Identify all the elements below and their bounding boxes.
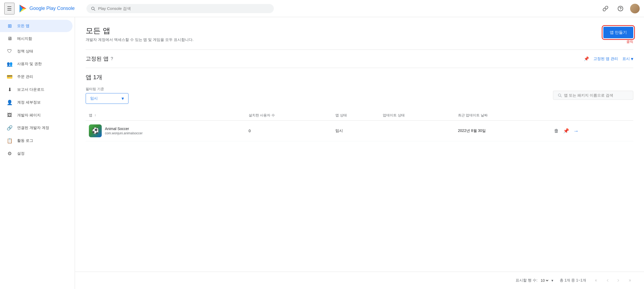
sidebar-icon: 📋 <box>6 138 13 144</box>
search-box <box>86 4 274 13</box>
cell-app: ⚽ Animal Soccer com.wonjuni.animalsoccer <box>86 121 245 141</box>
pinned-help-icon[interactable]: ? <box>111 56 113 61</box>
pinned-actions: 📌 고정된 앱 관리 표시 ▾ <box>584 56 633 62</box>
sidebar-item-policy[interactable]: 🛡 정책 상태 <box>0 45 73 57</box>
sidebar-icon: 💳 <box>6 74 13 80</box>
col-app[interactable]: 앱 ↑ <box>86 110 245 121</box>
table-row: ⚽ Animal Soccer com.wonjuni.animalsoccer… <box>86 121 633 141</box>
app-icon: ⚽ <box>89 124 102 137</box>
avatar[interactable] <box>630 4 640 13</box>
header-title: Google Play Console <box>29 6 75 11</box>
sidebar-item-label: 보고서 다운로드 <box>17 87 44 92</box>
sidebar-icon: 🔗 <box>6 125 13 131</box>
sidebar: ⊞ 모든 앱🖥 메시지함🛡 정책 상태👥 사용자 및 권한💳 주문 관리⬇ 보고… <box>0 17 75 289</box>
content: 모든 앱 개발자 계정에서 액세스할 수 있는 앱 및 게임을 모두 표시합니다… <box>75 17 644 272</box>
divider-2 <box>86 68 633 68</box>
sidebar-item-linked[interactable]: 🔗 연결된 개발자 계정 <box>0 122 73 134</box>
sidebar-item-inbox[interactable]: 🖥 메시지함 <box>0 33 73 45</box>
sidebar-icon: 👤 <box>6 100 13 105</box>
cell-installs: 0 <box>245 121 332 141</box>
pin-icon[interactable]: 📌 <box>563 128 569 134</box>
pagination-bar: 표시할 행 수: 10 20 50 ▾ 총 1개 중 1~1개 <box>75 272 644 289</box>
chevron-down-icon: ▾ <box>551 278 553 283</box>
next-page-button[interactable] <box>614 276 623 285</box>
pin-icon: 📌 <box>584 56 589 61</box>
col-update-status: 업데이트 상태 <box>380 110 454 121</box>
chevron-down-icon: ▾ <box>122 96 124 101</box>
page-subtitle: 개발자 계정에서 액세스할 수 있는 앱 및 게임을 모두 표시합니다. <box>86 37 194 42</box>
pagination-buttons <box>593 276 633 285</box>
app-search-box <box>553 91 633 100</box>
link-icon <box>603 6 608 12</box>
display-btn[interactable]: 표시 ▾ <box>622 56 633 62</box>
rows-select[interactable]: 10 20 50 <box>540 278 549 283</box>
sidebar-item-all-apps[interactable]: ⊞ 모든 앱 <box>0 20 73 32</box>
pinned-manage-label[interactable]: 고정된 앱 관리 <box>593 56 618 61</box>
click-label: 클릭 <box>626 39 633 44</box>
last-page-icon <box>627 278 631 283</box>
sidebar-item-reports[interactable]: ⬇ 보고서 다운로드 <box>0 83 73 96</box>
prev-page-icon <box>605 278 610 283</box>
sidebar-item-developer[interactable]: 🖼 개발자 페이지 <box>0 109 73 121</box>
first-page-icon <box>595 278 599 283</box>
pinned-title: 고정된 앱 ? <box>86 55 113 62</box>
sidebar-item-activity[interactable]: 📋 활동 로그 <box>0 135 73 147</box>
sidebar-item-label: 모든 앱 <box>17 24 29 28</box>
cell-update-status <box>380 121 454 141</box>
app-package: com.wonjuni.animalsoccer <box>105 131 143 135</box>
rows-per-page: 표시할 행 수: 10 20 50 ▾ <box>516 278 553 283</box>
col-actions <box>551 110 633 121</box>
sidebar-item-label: 활동 로그 <box>17 138 33 143</box>
link-button[interactable] <box>600 3 611 14</box>
sidebar-icon: 🖼 <box>6 112 13 118</box>
first-page-button[interactable] <box>593 276 601 285</box>
sidebar-item-label: 주문 관리 <box>17 74 33 79</box>
logo: Google Play Console <box>18 4 75 13</box>
sidebar-item-label: 개발자 페이지 <box>17 113 41 118</box>
col-last-update: 최근 업데이트 날짜 <box>455 110 551 121</box>
sidebar-item-users[interactable]: 👥 사용자 및 권한 <box>0 58 73 70</box>
pinned-section-header: 고정된 앱 ? 📌 고정된 앱 관리 표시 ▾ <box>86 55 633 62</box>
content-header: 모든 앱 개발자 계정에서 액세스할 수 있는 앱 및 게임을 모두 표시합니다… <box>86 26 633 44</box>
cell-actions: 🗑 📌 → <box>551 121 633 141</box>
filter-row: 필터링 기준 임시 ▾ <box>86 87 633 104</box>
search-area <box>86 4 274 13</box>
col-app-status: 앱 상태 <box>332 110 380 121</box>
pagination-info: 총 1개 중 1~1개 <box>560 278 586 283</box>
delete-icon[interactable]: 🗑 <box>554 128 559 134</box>
svg-line-1 <box>94 9 95 10</box>
sidebar-icon: ⊞ <box>6 23 13 29</box>
sort-icon: ↑ <box>94 113 96 117</box>
sidebar-item-label: 사용자 및 권한 <box>17 62 42 66</box>
filter-label: 필터링 기준 <box>86 87 128 92</box>
search-input[interactable] <box>98 6 270 11</box>
app-name: Animal Soccer <box>105 127 143 131</box>
cell-app-status: 임시 <box>332 121 380 141</box>
sidebar-icon: 👥 <box>6 61 13 67</box>
sidebar-item-settings[interactable]: ⚙ 설정 <box>0 147 73 160</box>
apps-count-title: 앱 1개 <box>86 73 633 81</box>
table-body: ⚽ Animal Soccer com.wonjuni.animalsoccer… <box>86 121 633 141</box>
svg-point-3 <box>620 9 621 10</box>
search-icon <box>91 6 95 11</box>
open-icon[interactable]: → <box>573 128 579 134</box>
last-page-button[interactable] <box>625 276 633 285</box>
app-table: 앱 ↑ 설치한 사용자 수 앱 상태 업데이트 상태 최근 업데이트 날짜 ⚽ <box>86 110 633 141</box>
search-icon <box>558 93 562 97</box>
chevron-down-icon: ▾ <box>631 56 633 62</box>
sidebar-icon: 🖥 <box>6 36 13 41</box>
menu-icon[interactable]: ☰ <box>4 3 14 14</box>
sidebar-item-label: 메시지함 <box>17 36 32 41</box>
sidebar-item-label: 설정 <box>17 151 25 156</box>
help-button[interactable] <box>615 3 626 14</box>
next-page-icon <box>616 278 620 283</box>
app-search-input[interactable] <box>564 93 618 97</box>
prev-page-button[interactable] <box>603 276 612 285</box>
sidebar-item-orders[interactable]: 💳 주문 관리 <box>0 71 73 83</box>
filter-select[interactable]: 임시 ▾ <box>86 93 128 104</box>
sidebar-item-account[interactable]: 👤 계정 세부정보 <box>0 96 73 109</box>
sidebar-item-label: 계정 세부정보 <box>17 100 41 105</box>
cell-last-update: 2022년 8월 30일 <box>455 121 551 141</box>
main-layout: ⊞ 모든 앱🖥 메시지함🛡 정책 상태👥 사용자 및 권한💳 주문 관리⬇ 보고… <box>0 17 644 289</box>
create-app-button[interactable]: 앱 만들기 <box>603 27 633 38</box>
